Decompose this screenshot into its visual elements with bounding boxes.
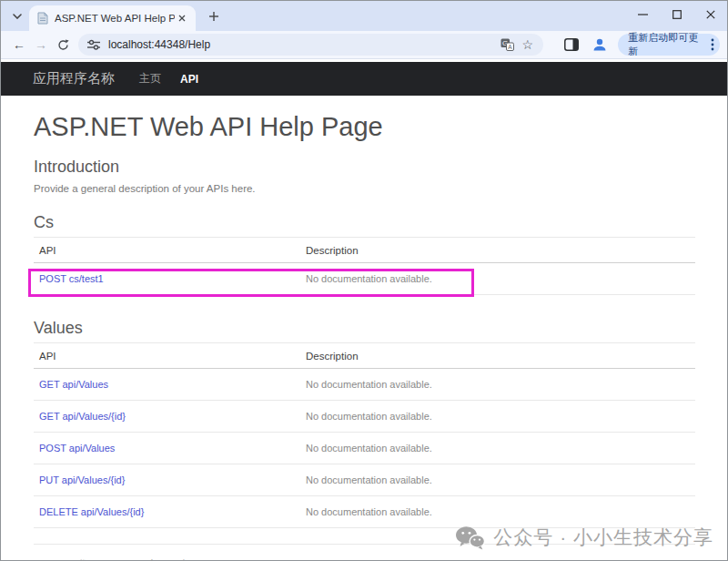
window-controls bbox=[626, 1, 727, 28]
maximize-button[interactable] bbox=[660, 1, 693, 28]
api-link-post-cs-test1[interactable]: POST cs/test1 bbox=[39, 273, 104, 284]
table-row: POST cs/test1 No documentation available… bbox=[34, 263, 695, 295]
table-header: API Description bbox=[34, 238, 695, 263]
new-tab-button[interactable] bbox=[203, 5, 225, 27]
column-header-api: API bbox=[39, 245, 306, 256]
column-header-api: API bbox=[39, 351, 306, 362]
page-favicon bbox=[37, 12, 48, 25]
api-link-post-values[interactable]: POST api/Values bbox=[39, 443, 115, 454]
url-text[interactable]: localhost:44348/Help bbox=[108, 38, 496, 51]
address-bar[interactable]: localhost:44348/Help G A ☆ bbox=[78, 34, 543, 56]
svg-text:A: A bbox=[509, 44, 513, 50]
site-settings-icon[interactable] bbox=[87, 39, 100, 50]
back-icon: ← bbox=[13, 37, 25, 52]
page-title: ASP.NET Web API Help Page bbox=[34, 112, 695, 142]
row-description: No documentation available. bbox=[306, 411, 695, 422]
api-link-delete-values-id[interactable]: DELETE api/Values/{id} bbox=[39, 506, 144, 517]
api-link-get-values-id[interactable]: GET api/Values/{id} bbox=[39, 411, 126, 422]
introduction-heading: Introduction bbox=[34, 158, 695, 177]
row-description: No documentation available. bbox=[306, 506, 695, 517]
browser-tab[interactable]: ASP.NET Web API Help Page bbox=[29, 5, 196, 31]
watermark-text: 公众号 · 小小生技术分享 bbox=[493, 525, 713, 550]
table-row: GET api/Values/{id} No documentation ava… bbox=[34, 401, 695, 433]
watermark: 公众号 · 小小生技术分享 bbox=[455, 525, 713, 550]
toolbar-right: 重新启动即可更新 bbox=[554, 34, 720, 56]
row-description: No documentation available. bbox=[306, 474, 695, 485]
site-navbar: 应用程序名称 主页 API bbox=[1, 62, 727, 96]
wechat-icon bbox=[455, 525, 485, 550]
translate-icon[interactable]: G A bbox=[500, 36, 516, 53]
tab-title: ASP.NET Web API Help Page bbox=[55, 13, 175, 24]
more-menu-icon[interactable] bbox=[711, 38, 714, 51]
navbar-item-home[interactable]: 主页 bbox=[139, 71, 161, 87]
navbar-item-api[interactable]: API bbox=[180, 73, 198, 86]
back-button[interactable]: ← bbox=[8, 34, 30, 56]
browser-window: ASP.NET Web API Help Page ← → bbox=[0, 0, 728, 561]
chevron-down-icon bbox=[13, 14, 22, 19]
values-api-table: API Description GET api/Values No docume… bbox=[34, 343, 695, 528]
table-row: GET api/Values No documentation availabl… bbox=[34, 369, 695, 401]
column-header-description: Description bbox=[306, 351, 695, 362]
row-description: No documentation available. bbox=[306, 443, 695, 454]
maximize-icon bbox=[672, 10, 682, 19]
close-icon bbox=[706, 10, 715, 19]
api-link-put-values-id[interactable]: PUT api/Values/{id} bbox=[39, 474, 125, 485]
browser-toolbar: ← → localhost:44348/Help G bbox=[1, 31, 727, 59]
bookmark-star-icon[interactable]: ☆ bbox=[520, 36, 536, 53]
api-link-get-values[interactable]: GET api/Values bbox=[39, 379, 108, 390]
forward-icon: → bbox=[35, 37, 47, 52]
reload-icon bbox=[57, 39, 69, 51]
update-button-label: 重新启动即可更新 bbox=[628, 31, 705, 58]
side-panel-icon[interactable] bbox=[562, 35, 581, 55]
tab-search-button[interactable] bbox=[9, 8, 25, 25]
close-window-button[interactable] bbox=[693, 1, 727, 28]
table-row: PUT api/Values/{id} No documentation ava… bbox=[34, 464, 695, 496]
column-header-description: Description bbox=[306, 245, 695, 256]
tab-close-button[interactable] bbox=[175, 11, 189, 26]
page-content: ASP.NET Web API Help Page Introduction P… bbox=[1, 112, 727, 561]
table-header: API Description bbox=[34, 343, 695, 369]
forward-button[interactable]: → bbox=[30, 34, 52, 56]
table-row: POST api/Values No documentation availab… bbox=[34, 433, 695, 464]
section-heading-values: Values bbox=[34, 319, 695, 343]
minimize-button[interactable] bbox=[626, 1, 660, 28]
minimize-icon bbox=[638, 14, 648, 15]
navbar-brand[interactable]: 应用程序名称 bbox=[33, 70, 115, 87]
restart-to-update-button[interactable]: 重新启动即可更新 bbox=[618, 34, 720, 56]
reload-button[interactable] bbox=[52, 34, 74, 56]
table-row: DELETE api/Values/{id} No documentation … bbox=[34, 496, 695, 528]
row-description: No documentation available. bbox=[306, 379, 695, 390]
profile-avatar-icon[interactable] bbox=[590, 35, 609, 55]
row-description: No documentation available. bbox=[306, 273, 695, 284]
section-heading-cs: Cs bbox=[34, 213, 695, 238]
introduction-text: Provide a general description of your AP… bbox=[34, 183, 695, 194]
tab-strip: ASP.NET Web API Help Page bbox=[1, 1, 727, 31]
cs-api-table: API Description POST cs/test1 No documen… bbox=[34, 238, 695, 295]
plus-icon bbox=[208, 11, 219, 22]
